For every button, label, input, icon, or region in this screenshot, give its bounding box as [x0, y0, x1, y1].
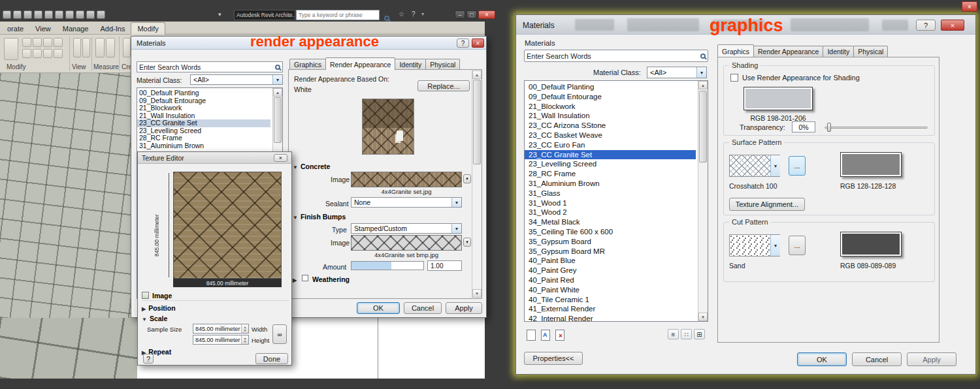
close-button[interactable]: ×	[478, 10, 495, 19]
small-icons-view-icon[interactable]: ∷	[681, 329, 692, 339]
use-render-appearance-checkbox[interactable]	[730, 74, 738, 82]
material-item[interactable]: 35_Ceiling Tile 600 x 600	[525, 227, 696, 237]
spinner-arrows[interactable]: ▴▾	[241, 335, 248, 344]
ribbon-tab[interactable]: Manage	[57, 23, 95, 35]
ribbon-icon[interactable]	[22, 49, 31, 58]
qat-icon[interactable]	[34, 10, 42, 19]
material-item[interactable]: 40_Paint Red	[525, 275, 696, 285]
apply-button[interactable]: Apply	[907, 352, 956, 366]
qat-icon[interactable]	[24, 10, 32, 19]
ribbon-icon[interactable]	[54, 49, 63, 58]
material-item[interactable]: 31_Glass	[525, 189, 696, 198]
chevron-down-icon[interactable]: ▾	[272, 75, 282, 84]
weathering-section-header[interactable]: ▶	[293, 275, 299, 283]
ribbon-tab[interactable]: Add-Ins	[95, 23, 131, 35]
dialog-titlebar[interactable]: Texture Editor ×	[138, 152, 291, 164]
minimize-button[interactable]: –	[455, 10, 465, 19]
dialog-close-button[interactable]: ×	[472, 39, 484, 48]
dialog-help-button[interactable]: ?	[916, 20, 936, 31]
dialog-close-button[interactable]: ×	[274, 154, 287, 162]
material-item[interactable]: 35_Gypsum Board MR	[525, 247, 696, 257]
tab[interactable]: Identity	[823, 46, 854, 57]
scroll-up-icon[interactable]: ▴	[698, 81, 708, 89]
view-divider[interactable]	[378, 318, 378, 379]
scroll-up-icon[interactable]: ▴	[472, 70, 482, 79]
cut-pattern-browse-button[interactable]: ...	[789, 236, 806, 255]
material-item[interactable]: 28_RC Frame	[137, 134, 270, 142]
shading-color-swatch[interactable]	[743, 87, 813, 110]
link-dimensions-button[interactable]: ∞	[272, 324, 287, 344]
scroll-up-icon[interactable]: ▴	[273, 88, 282, 97]
surface-pattern-color-swatch[interactable]	[840, 152, 902, 177]
tab[interactable]: Graphics	[289, 59, 326, 70]
bump-image-flyout-icon[interactable]: ▾	[463, 238, 471, 247]
list-scrollbar[interactable]: ▴ ▾	[698, 81, 708, 321]
qat-icon[interactable]	[86, 10, 95, 19]
chevron-down-icon[interactable]: ▾	[770, 155, 780, 176]
material-item[interactable]: 00_Default Planting	[525, 82, 696, 92]
material-item[interactable]: 31_Aluminium Brown	[137, 142, 270, 150]
ribbon-icon[interactable]	[54, 38, 63, 47]
material-search-input[interactable]	[527, 52, 700, 60]
help-search-input[interactable]	[299, 12, 377, 18]
material-item[interactable]: 21_Blockwork	[137, 104, 270, 112]
texture-alignment-button[interactable]: Texture Alignment...	[729, 198, 805, 211]
app-close-button[interactable]: ×	[962, 1, 977, 12]
create-material-asset-icon[interactable]: A	[541, 330, 550, 341]
ribbon-icon[interactable]	[43, 49, 52, 58]
material-item[interactable]: 23_CC Arizona SStone	[525, 121, 696, 131]
ribbon-icon[interactable]	[82, 38, 90, 57]
delete-material-icon[interactable]: ×	[555, 330, 564, 341]
height-spinner[interactable]: 845.00 millimeter ▴▾	[193, 335, 249, 345]
render-preview[interactable]	[362, 99, 414, 155]
help-icon[interactable]: ?	[412, 10, 416, 18]
cut-pattern-select[interactable]: ▾	[729, 234, 780, 257]
material-item[interactable]: 21_Blockwork	[525, 102, 696, 112]
scroll-thumb[interactable]	[699, 91, 707, 163]
properties-toggle-button[interactable]: Properties<<	[524, 352, 583, 365]
material-class-select[interactable]: <All> ▾	[190, 74, 283, 85]
amount-slider[interactable]	[351, 261, 424, 270]
tab[interactable]: Physical	[853, 46, 888, 57]
concrete-image-flyout-icon[interactable]: ▾	[463, 174, 471, 183]
ribbon-icon[interactable]	[95, 38, 105, 57]
material-item[interactable]: 31_Wood 2	[525, 208, 696, 217]
chevron-down-icon[interactable]: ▾	[451, 198, 461, 207]
scroll-down-icon[interactable]: ▾	[698, 313, 708, 321]
ribbon-icon[interactable]	[33, 38, 42, 47]
tab[interactable]: Physical	[425, 59, 460, 70]
scroll-thumb[interactable]	[473, 80, 481, 164]
help-search-field[interactable]	[296, 10, 380, 20]
chevron-down-icon[interactable]: ▾	[770, 235, 780, 256]
dialog-help-button[interactable]: ?	[457, 39, 469, 48]
material-item[interactable]: 34_Metal Black	[525, 217, 696, 227]
material-item[interactable]: 23_Levelling Screed	[525, 159, 696, 169]
panel-scrollbar[interactable]: ▴ ▾	[472, 70, 482, 298]
tab[interactable]: Graphics	[717, 44, 754, 57]
material-item[interactable]: 21_Wall Insulation	[525, 111, 696, 121]
texture-preview[interactable]	[173, 172, 282, 279]
ribbon-icon[interactable]	[43, 38, 52, 47]
material-item[interactable]: 31_Wood 1	[525, 198, 696, 208]
material-search-field[interactable]	[524, 50, 708, 62]
qat-overflow-icon[interactable]: ▾	[218, 11, 221, 18]
image-section-header[interactable]: Image	[142, 290, 289, 301]
width-spinner[interactable]: 845.00 millimeter ▴▾	[193, 324, 249, 334]
dialog-close-button[interactable]: ×	[941, 20, 964, 31]
tab[interactable]: Render Appearance	[753, 46, 823, 57]
ribbon-icon[interactable]	[123, 38, 131, 57]
ribbon-icon[interactable]	[73, 38, 81, 57]
surface-pattern-select[interactable]: ▾	[729, 155, 780, 177]
spin-down-icon[interactable]: ▾	[244, 340, 246, 343]
ribbon-tab[interactable]: Modify	[131, 22, 165, 35]
weathering-checkbox[interactable]	[302, 275, 308, 281]
qat-icon[interactable]	[44, 10, 53, 19]
ok-button[interactable]: OK	[797, 352, 847, 366]
help-dropdown-icon[interactable]: ▾	[421, 11, 424, 17]
material-item[interactable]: 09_Default Entourage	[525, 92, 696, 102]
transparency-slider-track[interactable]	[825, 127, 928, 129]
ok-button[interactable]: OK	[357, 302, 400, 314]
replace-button[interactable]: Replace...	[417, 80, 470, 91]
create-material-icon[interactable]	[527, 330, 536, 341]
bump-type-select[interactable]: Stamped/Custom ▾	[351, 223, 462, 234]
